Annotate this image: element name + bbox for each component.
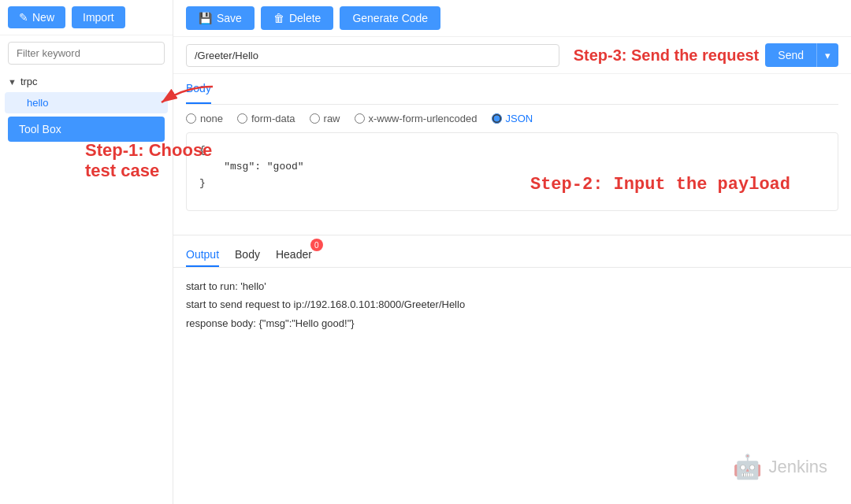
send-button-group: Send ▾ [765, 43, 838, 67]
toolbar: 💾 Save 🗑 Delete Generate Code [173, 0, 851, 37]
delete-button[interactable]: 🗑 Delete [261, 6, 333, 30]
radio-urlencoded[interactable]: x-www-form-urlencoded [355, 113, 478, 124]
url-input[interactable] [186, 44, 559, 67]
toolbox-button[interactable]: Tool Box [8, 117, 165, 142]
code-line-2: "msg": "good" [199, 159, 825, 176]
output-line-3: response body: {"msg":"Hello good!"} [186, 314, 838, 332]
send-button[interactable]: Send [765, 43, 816, 67]
jenkins-icon: 🤖 [733, 453, 762, 480]
output-content: start to run: 'hello' start to send requ… [173, 268, 851, 342]
tab-body-output[interactable]: Body [235, 243, 260, 267]
step3-annotation: Step-3: Send the request [574, 46, 760, 65]
body-section: Body [173, 74, 851, 105]
delete-icon: 🗑 [273, 12, 284, 24]
body-type-bar: none form-data raw x-www-form-urlencoded… [173, 105, 851, 132]
jenkins-watermark: 🤖 Jenkins [733, 453, 827, 480]
save-button[interactable]: 💾 Save [186, 6, 255, 30]
import-button[interactable]: Import [72, 6, 125, 28]
step1-annotation: Step-1: Choosetest case [85, 140, 212, 182]
code-editor[interactable]: { "msg": "good" } Step-2: Input the payl… [186, 132, 838, 211]
tree-parent-trpc[interactable]: ▼ trpc [0, 71, 173, 92]
output-line-1: start to run: 'hello' [186, 277, 838, 295]
jenkins-label: Jenkins [768, 457, 827, 477]
main-content: 💾 Save 🗑 Delete Generate Code Step-3: Se… [173, 0, 851, 504]
chevron-down-icon: ▾ [825, 50, 831, 61]
radio-json[interactable]: JSON [492, 113, 533, 124]
filter-input[interactable] [8, 42, 165, 65]
send-dropdown-button[interactable]: ▾ [816, 43, 838, 67]
radio-form-data[interactable]: form-data [237, 113, 295, 124]
url-bar: Step-3: Send the request Send ▾ [173, 37, 851, 74]
step2-annotation: Step-2: Input the payload [530, 175, 790, 195]
generate-code-button[interactable]: Generate Code [340, 6, 440, 30]
sidebar-top: ✎ New Import [0, 0, 173, 35]
sidebar: ✎ New Import ▼ trpc hello Tool Box [0, 0, 173, 504]
header-badge: 0 [310, 239, 323, 251]
output-tabs: Output Body Header 0 [173, 235, 851, 268]
code-line-1: { [199, 143, 825, 159]
section-tabs: Body [186, 74, 838, 105]
output-line-2: start to send request to ip://192.168.0.… [186, 295, 838, 313]
tab-output[interactable]: Output [186, 243, 219, 267]
edit-icon: ✎ [19, 11, 28, 24]
save-icon: 💾 [199, 12, 212, 24]
arrow-annotation [154, 83, 217, 117]
tab-header[interactable]: Header 0 [276, 243, 312, 267]
collapse-arrow-icon: ▼ [8, 77, 17, 87]
new-button[interactable]: ✎ New [8, 6, 65, 28]
tree-child-hello[interactable]: hello [5, 92, 168, 113]
radio-raw[interactable]: raw [310, 113, 340, 124]
